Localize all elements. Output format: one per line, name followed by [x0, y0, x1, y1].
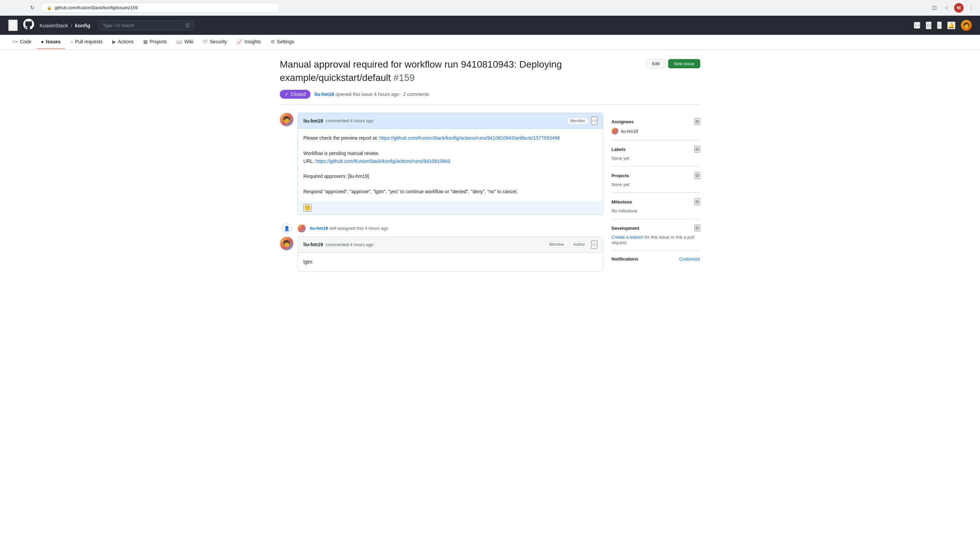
github-search[interactable]: Type / to search / [99, 20, 194, 30]
comment-body-1: Please check the preview report at: http… [298, 129, 603, 201]
nav-security-label: Security [210, 39, 227, 45]
comment-author-2[interactable]: liu-hm19 [303, 242, 323, 247]
settings-nav-icon: ⚙ [270, 39, 275, 45]
nav-pulls[interactable]: ⑃ Pull requests [66, 35, 107, 49]
notifications-title: Notifications [611, 257, 638, 261]
projects-nav-icon: ▦ [143, 39, 148, 45]
sidebar-labels: Labels ⚙ None yet [611, 140, 700, 167]
security-nav-icon: 🛡 [203, 39, 208, 45]
status-text: Closed [291, 91, 306, 97]
sidebar-projects-header: Projects ⚙ [611, 172, 700, 179]
edit-button[interactable]: Edit [646, 59, 665, 68]
issue-author-link[interactable]: liu-hm19 [315, 91, 334, 97]
milestone-gear[interactable]: ⚙ [694, 198, 700, 205]
nav-wiki[interactable]: 📖 Wiki [172, 35, 197, 49]
browser-actions: ⊡ ☆ M ⋮ [929, 3, 976, 13]
comment-box-1: liu-hm19 commented 4 hours ago Member ··… [298, 113, 603, 214]
cast-button[interactable]: ⊡ [929, 3, 939, 13]
github-header: ☰ KusionStack / konfig Type / to search … [0, 16, 980, 35]
pulls-icon[interactable]: ⑃ [937, 22, 942, 29]
comment-line-4: Required approvers: [liu-hm19] [303, 172, 598, 180]
hamburger-menu[interactable]: ☰ [8, 19, 18, 31]
development-gear[interactable]: ⚙ [694, 225, 700, 231]
comment-author-1[interactable]: liu-hm19 [303, 118, 323, 124]
code-icon: <> [12, 39, 18, 45]
issue-title: Manual approval required for workflow ru… [280, 58, 646, 84]
comment-header-1: liu-hm19 commented 4 hours ago Member ··… [298, 113, 603, 129]
address-bar[interactable]: 🔒 github.com/KusionStack/konfig/issues/1… [41, 3, 280, 13]
nav-insights[interactable]: 📈 Insights [232, 35, 265, 49]
assignee-avatar [611, 128, 618, 134]
timeline-action-text2: self-assigned this 4 hours ago [329, 226, 388, 231]
user-avatar[interactable]: 🧑 [961, 20, 972, 31]
workflow-link[interactable]: https://github.com/KusionStack/konfig/ac… [316, 158, 450, 164]
comment-body-2-text: lgtm [303, 258, 598, 266]
notifications-icon[interactable]: 🔔 [947, 22, 955, 29]
comment-line-3: URL: https://github.com/KusionStack/konf… [303, 158, 598, 165]
repo-link[interactable]: konfig [75, 22, 91, 28]
projects-value: None yet [611, 182, 629, 187]
preview-link[interactable]: https://github.com/KusionStack/konfig/ac… [379, 135, 560, 141]
search-input[interactable]: Type / to search / [99, 20, 194, 30]
nav-issues[interactable]: ● Issues [37, 35, 65, 49]
emoji-button-1[interactable]: 🙂 [303, 204, 312, 212]
issue-main: 🧒 liu-hm19 commented 4 hours ago Member … [280, 113, 603, 277]
sidebar-development: Development ⚙ Create a branch for this i… [611, 219, 700, 251]
member-badge-1: Member [567, 118, 588, 124]
sidebar-assignees-header: Assignees ⚙ [611, 118, 700, 125]
labels-value: None yet [611, 156, 629, 161]
comment-header-left-1: liu-hm19 commented 4 hours ago [303, 118, 374, 124]
avatar-img-2: 🧒 [280, 237, 293, 250]
issues-icon[interactable]: ⊙ [926, 22, 932, 29]
timeline-item: 👤 liu-hm19 self-assigned this 4 hours ag… [280, 220, 603, 237]
more-options-1[interactable]: ··· [591, 116, 598, 125]
new-issue-button[interactable]: New issue [668, 59, 700, 68]
comment-2-avatar: 🧒 [280, 237, 293, 250]
notifications-customize-link[interactable]: Customize [679, 257, 700, 261]
issue-title-text: Manual approval required for workflow ru… [280, 59, 562, 83]
create-branch-link[interactable]: Create a branch [611, 234, 643, 240]
assignees-gear[interactable]: ⚙ [694, 118, 700, 125]
more-button[interactable]: ⋮ [966, 3, 976, 13]
plus-button[interactable]: +▾ [914, 22, 920, 29]
sidebar-labels-header: Labels ⚙ [611, 146, 700, 153]
back-button[interactable]: ← [4, 3, 14, 13]
comment-line-1: Please check the preview report at: http… [303, 134, 598, 142]
labels-gear[interactable]: ⚙ [694, 146, 700, 153]
comment-header-left-2: liu-hm19 commented 4 hours ago [303, 242, 374, 247]
comment-line-2: Workflow is pending manual review. [303, 150, 598, 157]
more-options-2[interactable]: ··· [591, 241, 598, 249]
comment-line-5: Respond "approved", "approve", "lgtm", "… [303, 188, 598, 195]
issue-meta: ✓ Closed liu-hm19 opened this issue 4 ho… [280, 90, 700, 104]
issue-title-area: Manual approval required for workflow ru… [280, 58, 700, 84]
nav-actions[interactable]: ▶ Actions [108, 35, 138, 49]
nav-security[interactable]: 🛡 Security [199, 35, 231, 49]
star-button[interactable]: ☆ [942, 3, 951, 13]
projects-gear[interactable]: ⚙ [694, 172, 700, 179]
org-link[interactable]: KusionStack [40, 22, 68, 28]
assignees-title: Assignees [611, 119, 634, 124]
header-right: +▾ ⊙ ⑃ 🔔 🧑 [914, 20, 972, 31]
nav-wiki-label: Wiki [184, 39, 193, 45]
browser-nav-buttons: ← → ↻ [4, 3, 37, 13]
issues-nav-icon: ● [41, 39, 44, 45]
comment-time-2: commented 4 hours ago [326, 242, 374, 247]
author-badge-2: Author [570, 241, 588, 248]
status-icon: ✓ [285, 91, 289, 97]
forward-button[interactable]: → [16, 3, 25, 13]
nav-projects[interactable]: ▦ Projects [139, 35, 171, 49]
sidebar-milestone-header: Milestone ⚙ [611, 198, 700, 205]
comment-footer-1: 🙂 [298, 201, 603, 214]
nav-code[interactable]: <> Code [8, 35, 35, 49]
timeline-author-link[interactable]: liu-hm19 [310, 226, 328, 231]
timeline-icon-wrapper: 👤 [280, 223, 293, 234]
wiki-nav-icon: 📖 [177, 39, 182, 45]
reload-button[interactable]: ↻ [27, 3, 37, 13]
url-text: github.com/KusionStack/konfig/issues/159 [55, 5, 138, 10]
issue-meta-text: liu-hm19 opened this issue 4 hours ago ·… [315, 91, 429, 97]
actions-nav-icon: ▶ [112, 39, 116, 45]
page-scroll[interactable]: Manual approval required for workflow ru… [0, 49, 980, 534]
github-logo[interactable] [23, 19, 34, 32]
nav-settings[interactable]: ⚙ Settings [267, 35, 299, 49]
user-avatar-chrome[interactable]: M [954, 3, 964, 13]
